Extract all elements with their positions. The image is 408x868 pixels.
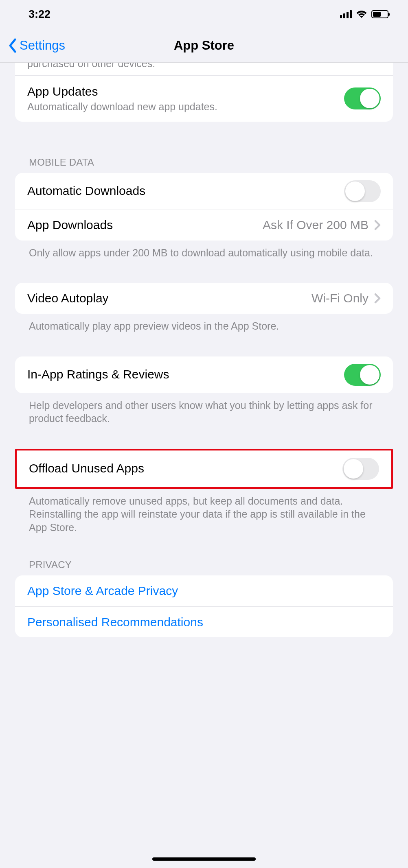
app-updates-title: App Updates xyxy=(27,85,338,99)
battery-icon xyxy=(371,10,388,18)
app-updates-toggle[interactable] xyxy=(344,87,381,109)
video-autoplay-row[interactable]: Video Autoplay Wi-Fi Only xyxy=(15,283,393,314)
automatic-downloads-toggle[interactable] xyxy=(344,180,381,202)
wifi-icon xyxy=(356,10,367,19)
offload-unused-apps-toggle[interactable] xyxy=(342,458,379,480)
automatic-downloads-group: purchased on other devices. App Updates … xyxy=(15,63,393,122)
ratings-reviews-group: In-App Ratings & Reviews xyxy=(15,356,393,393)
previous-row-subtitle: purchased on other devices. xyxy=(15,63,393,76)
offload-unused-apps-group: Offload Unused Apps xyxy=(15,449,393,489)
status-time: 3:22 xyxy=(29,8,50,21)
ratings-reviews-footer: Help developers and other users know wha… xyxy=(15,393,393,425)
app-downloads-value: Ask If Over 200 MB xyxy=(263,218,369,232)
back-label: Settings xyxy=(20,38,65,53)
page-title: App Store xyxy=(174,38,234,53)
automatic-downloads-title: Automatic Downloads xyxy=(27,184,338,198)
video-autoplay-footer: Automatically play app preview videos in… xyxy=(15,314,393,333)
ratings-reviews-title: In-App Ratings & Reviews xyxy=(27,367,338,382)
mobile-data-header: MOBILE DATA xyxy=(15,157,393,173)
status-indicators xyxy=(340,10,388,19)
status-bar: 3:22 xyxy=(0,0,408,28)
offload-unused-apps-footer: Automatically remove unused apps, but ke… xyxy=(15,489,393,534)
offload-unused-apps-row[interactable]: Offload Unused Apps xyxy=(17,450,391,487)
app-downloads-title: App Downloads xyxy=(27,218,256,232)
offload-unused-apps-title: Offload Unused Apps xyxy=(29,461,336,476)
video-autoplay-group: Video Autoplay Wi-Fi Only xyxy=(15,283,393,314)
app-downloads-row[interactable]: App Downloads Ask If Over 200 MB xyxy=(15,210,393,241)
mobile-data-group: Automatic Downloads App Downloads Ask If… xyxy=(15,173,393,241)
video-autoplay-title: Video Autoplay xyxy=(27,291,305,306)
chevron-right-icon xyxy=(374,220,381,230)
nav-bar: Settings App Store xyxy=(0,28,408,63)
mobile-data-footer: Only allow apps under 200 MB to download… xyxy=(15,241,393,260)
ratings-reviews-row[interactable]: In-App Ratings & Reviews xyxy=(15,356,393,393)
app-updates-subtitle: Automatically download new app updates. xyxy=(27,101,338,113)
appstore-arcade-privacy-link: App Store & Arcade Privacy xyxy=(27,584,178,598)
automatic-downloads-row[interactable]: Automatic Downloads xyxy=(15,173,393,210)
appstore-arcade-privacy-row[interactable]: App Store & Arcade Privacy xyxy=(15,575,393,606)
ratings-reviews-toggle[interactable] xyxy=(344,364,381,386)
chevron-right-icon xyxy=(374,293,381,304)
privacy-group: App Store & Arcade Privacy Personalised … xyxy=(15,575,393,637)
back-button[interactable]: Settings xyxy=(8,38,65,53)
personalised-recommendations-link: Personalised Recommendations xyxy=(27,615,203,629)
chevron-left-icon xyxy=(8,38,17,53)
personalised-recommendations-row[interactable]: Personalised Recommendations xyxy=(15,606,393,637)
privacy-header: PRIVACY xyxy=(15,559,393,575)
video-autoplay-value: Wi-Fi Only xyxy=(311,291,369,305)
app-updates-row[interactable]: App Updates Automatically download new a… xyxy=(15,76,393,122)
home-indicator[interactable] xyxy=(152,857,256,861)
cellular-signal-icon xyxy=(340,10,352,18)
